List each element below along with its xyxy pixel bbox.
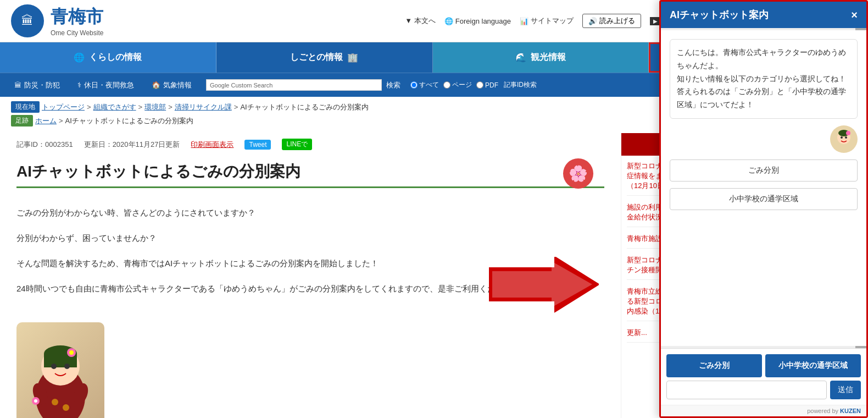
character-image — [16, 322, 104, 418]
chatbot-close-button[interactable]: × — [851, 9, 858, 21]
city-sub: Ome City Website — [51, 29, 103, 37]
svg-point-9 — [64, 364, 70, 369]
sitemap-icon: 📊 — [520, 17, 528, 25]
honbun-label: ▼ 本文へ — [405, 16, 435, 26]
print-link[interactable]: 印刷画面表示 — [191, 140, 233, 150]
nav-kanko[interactable]: 🌊 観光情報 — [433, 42, 649, 73]
svg-text:🏛: 🏛 — [21, 14, 34, 28]
breadcrumb-seisou[interactable]: 清掃リサイクル課 — [175, 102, 232, 112]
kuzen-label: KUZEN — [840, 408, 861, 414]
chatbot-bottom-buttons: ごみ分別 小中学校の通学区域 — [666, 354, 861, 377]
kyujitsu-label: 休日・夜間救急 — [84, 80, 134, 90]
nav-bousai[interactable]: 🏛 防災・防犯 — [5, 80, 69, 90]
scrollbar-track-bottom — [661, 346, 866, 348]
mascot-row — [670, 125, 858, 153]
globe-icon: 🌐 — [444, 17, 453, 25]
breadcrumb-current: AIチャットボットによるごみの分別案内 — [240, 102, 368, 112]
chatbot-input[interactable] — [666, 381, 827, 399]
scroll-up-btn[interactable] — [855, 28, 866, 30]
character-area — [16, 322, 604, 418]
search-button[interactable]: 検索 — [382, 79, 405, 91]
svg-point-11 — [63, 404, 69, 411]
foreign-tool[interactable]: 🌐 Foreign language — [444, 17, 511, 25]
option-page[interactable]: ページ — [443, 80, 472, 90]
breadcrumb-org[interactable]: 組織でさがす — [93, 102, 136, 112]
kisho-label: 気象情報 — [163, 80, 192, 90]
option-all-label: すべて — [419, 80, 439, 90]
svg-point-22 — [845, 136, 847, 139]
powered-by: powered by KUZEN — [661, 405, 866, 416]
svg-point-10 — [52, 399, 58, 405]
search-area: Google Custom Search — [206, 79, 382, 91]
svg-point-15 — [34, 399, 37, 403]
chatbot-title: AIチャットボット案内 — [670, 8, 769, 21]
foreign-label: Foreign language — [455, 17, 511, 25]
option-page-label: ページ — [452, 80, 472, 90]
footprint-label: 足跡 — [11, 115, 33, 127]
kanko-icon: 🌊 — [515, 52, 526, 63]
search-input[interactable] — [275, 81, 357, 89]
flower-icon: 🌸 — [563, 158, 593, 189]
read-aloud-label: 読み上げる — [599, 16, 635, 26]
kurashi-label: くらしの情報 — [89, 52, 142, 63]
option-all[interactable]: すべて — [410, 80, 439, 90]
kyujitsu-icon: ⚕ — [77, 81, 81, 89]
kanko-label: 観光情報 — [531, 52, 566, 63]
nav-shigoto[interactable]: しごとの情報 🏢 — [216, 42, 433, 73]
logo-area: 🏛 青梅市 Ome City Website — [11, 4, 103, 37]
nav-kisho[interactable]: 🏠 気象情報 — [143, 80, 201, 90]
scrollbar-track-top — [661, 28, 866, 30]
shigoto-icon: 🏢 — [347, 52, 358, 63]
svg-point-8 — [51, 364, 57, 369]
kurashi-icon: 🌐 — [74, 52, 85, 63]
breadcrumb-top[interactable]: トップページ — [42, 102, 85, 112]
bousai-icon: 🏛 — [14, 81, 21, 89]
bousai-label: 防災・防犯 — [24, 80, 60, 90]
article-title: AIチャットボットによるごみの分別案内 — [16, 161, 604, 188]
option-tsugaku-btn[interactable]: 小中学校の通学区域 — [670, 188, 858, 210]
mascot-image — [830, 125, 858, 153]
breadcrumb-footprint-current: AIチャットボットによるごみの分別案内 — [65, 116, 193, 126]
nav-kurashi[interactable]: 🌐 くらしの情報 — [0, 42, 216, 73]
chatbot-panel: AIチャットボット案内 × こんにちは。青梅市公式キャラクターのゆめうめちゃんだ… — [659, 0, 868, 418]
message-text: こんにちは。青梅市公式キャラクターのゆめうめちゃんだよ。知りたい情報を以下のカテ… — [677, 48, 846, 109]
city-name: 青梅市 — [51, 5, 103, 29]
scroll-down-btn[interactable] — [855, 346, 866, 348]
google-search-label: Google Custom Search — [210, 82, 272, 89]
body-p2: 分別がわからず、困っていませんか？ — [16, 230, 604, 246]
powered-by-label: powered by — [807, 408, 838, 414]
chatbot-message: こんにちは。青梅市公式キャラクターのゆめうめちゃんだよ。知りたい情報を以下のカテ… — [670, 39, 858, 119]
breadcrumb-home[interactable]: ホーム — [35, 116, 57, 126]
chatbot-header: AIチャットボット案内 × — [661, 2, 866, 28]
article-search[interactable]: 記事ID検索 — [504, 80, 537, 90]
body-p1: ごみの分別がわからない時、皆さんどのようにされていますか？ — [16, 205, 604, 221]
article-title-area: AIチャットボットによるごみの分別案内 🌸 — [16, 156, 604, 194]
nav-kyujitsu[interactable]: ⚕ 休日・夜間救急 — [69, 80, 143, 90]
svg-point-7 — [69, 350, 74, 355]
search-options: すべて ページ PDF — [410, 80, 498, 90]
tweet-button[interactable]: Tweet — [244, 140, 271, 150]
option-pdf[interactable]: PDF — [476, 81, 498, 89]
article-update: 更新日：2020年11月27日更新 — [84, 140, 180, 150]
chatbot-input-row: 送信 — [666, 381, 861, 399]
read-aloud-btn[interactable]: 🔊 読み上げる — [582, 14, 641, 28]
breadcrumb-kankyobu[interactable]: 環境部 — [144, 102, 166, 112]
chatbot-body: こんにちは。青梅市公式キャラクターのゆめうめちゃんだよ。知りたい情報を以下のカテ… — [661, 30, 866, 346]
arrow-indicator — [489, 257, 599, 330]
footer-gomi-btn[interactable]: ごみ分別 — [666, 354, 762, 377]
logo-text: 青梅市 Ome City Website — [51, 5, 103, 37]
line-button[interactable]: LINEで — [282, 139, 312, 150]
shigoto-label: しごとの情報 — [290, 52, 343, 63]
chatbot-footer: ごみ分別 小中学校の通学区域 送信 — [661, 348, 866, 405]
chatbot-send-button[interactable]: 送信 — [830, 381, 861, 399]
article-id: 記事ID：0002351 — [16, 140, 73, 150]
sitemap-tool[interactable]: 📊 サイトマップ — [520, 16, 574, 26]
option-gomi-btn[interactable]: ごみ分別 — [670, 160, 858, 182]
honbun-tool[interactable]: ▼ 本文へ — [405, 16, 435, 26]
speaker-icon: 🔊 — [588, 17, 597, 25]
article-meta: 記事ID：0002351 更新日：2020年11月27日更新 印刷画面表示 Tw… — [16, 133, 604, 156]
kisho-icon: 🏠 — [152, 81, 160, 89]
svg-point-21 — [841, 136, 843, 139]
current-location-label: 現在地 — [11, 101, 40, 113]
footer-tsugaku-btn[interactable]: 小中学校の通学区域 — [765, 354, 861, 377]
